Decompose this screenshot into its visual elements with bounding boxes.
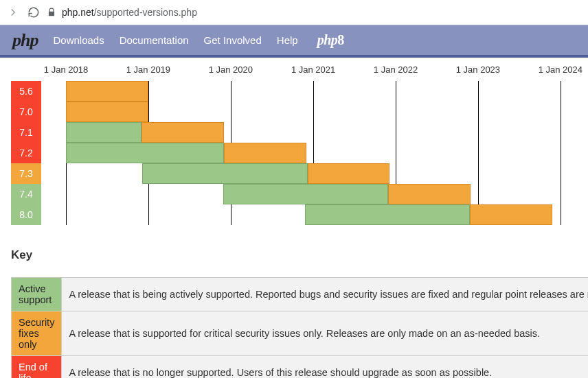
lock-icon <box>47 8 56 17</box>
nav-get-involved[interactable]: Get Involved <box>204 34 262 46</box>
security-support-bar <box>388 184 471 204</box>
security-support-bar <box>66 102 148 122</box>
legend-table: Active supportA release that is being ac… <box>11 277 588 378</box>
browser-chrome: php.net/supported-versions.php <box>0 0 588 25</box>
legend-heading: Key <box>11 248 588 262</box>
active-support-bar <box>142 163 307 184</box>
x-tick-label: 1 Jan 2024 <box>539 64 583 75</box>
version-label: 8.0 <box>11 204 41 225</box>
nav-documentation[interactable]: Documentation <box>120 34 189 46</box>
legend-desc: A release that is no longer supported. U… <box>62 356 588 379</box>
active-support-bar <box>66 143 224 163</box>
x-tick-line <box>561 81 561 225</box>
table-row: Security fixes onlyA release that is sup… <box>12 311 589 356</box>
x-tick-label: 1 Jan 2019 <box>126 64 170 75</box>
table-row: End of lifeA release that is no longer s… <box>12 356 589 379</box>
x-tick-label: 1 Jan 2018 <box>44 64 88 75</box>
reload-button[interactable] <box>26 5 41 20</box>
support-timeline-chart: 1 Jan 20181 Jan 20191 Jan 20201 Jan 2021… <box>0 58 588 232</box>
active-support-bar <box>223 184 388 204</box>
security-support-bar <box>142 122 224 143</box>
security-support-bar <box>66 81 148 102</box>
url-host: php.net/supported-versions.php <box>62 7 197 18</box>
legend-label-eol: End of life <box>12 356 62 379</box>
version-label: 5.6 <box>11 81 41 102</box>
legend-label-active: Active support <box>12 278 62 311</box>
security-support-bar <box>470 204 552 225</box>
active-support-bar <box>66 122 142 143</box>
version-label: 7.2 <box>11 143 41 163</box>
active-support-bar <box>305 204 470 225</box>
php8-logo[interactable]: php8 <box>317 32 344 48</box>
legend-label-security: Security fixes only <box>12 311 62 356</box>
security-support-bar <box>308 163 390 184</box>
nav-help[interactable]: Help <box>277 34 298 46</box>
x-tick-label: 1 Jan 2023 <box>456 64 500 75</box>
x-tick-label: 1 Jan 2021 <box>291 64 335 75</box>
legend-desc: A release that is supported for critical… <box>62 311 588 356</box>
x-tick-label: 1 Jan 2020 <box>209 64 253 75</box>
address-bar[interactable]: php.net/supported-versions.php <box>47 7 197 18</box>
x-tick-label: 1 Jan 2022 <box>374 64 418 75</box>
version-label: 7.1 <box>11 122 41 143</box>
brand-logo[interactable]: php <box>12 30 38 51</box>
version-label: 7.4 <box>11 184 41 204</box>
legend-section: Key Active supportA release that is bein… <box>0 232 588 378</box>
legend-desc: A release that is being actively support… <box>62 278 588 311</box>
security-support-bar <box>224 143 306 163</box>
site-navbar: php Downloads Documentation Get Involved… <box>0 25 588 58</box>
nav-downloads[interactable]: Downloads <box>53 34 104 46</box>
version-label: 7.0 <box>11 102 41 122</box>
table-row: Active supportA release that is being ac… <box>12 278 589 311</box>
version-label: 7.3 <box>11 163 41 184</box>
x-tick-line <box>478 81 479 225</box>
forward-button[interactable] <box>5 5 21 20</box>
